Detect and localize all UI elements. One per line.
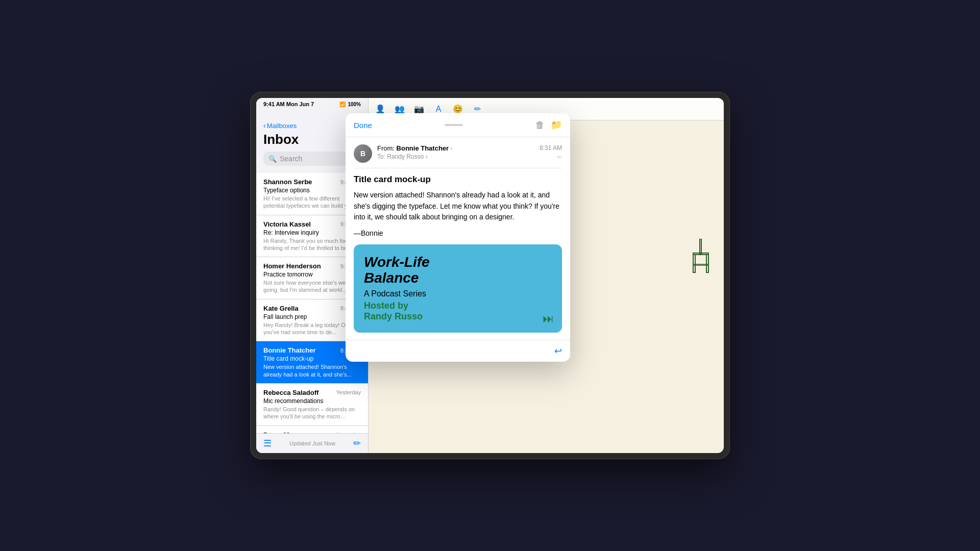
email-timestamp: 8:31 AM	[540, 144, 562, 152]
mail-item-header: Rebecca Saladoff Yesterday	[263, 389, 361, 396]
mail-sender: Kate Grella	[263, 305, 299, 312]
to-label: To:	[377, 153, 387, 160]
back-chevron-icon: ‹	[263, 121, 266, 130]
mailboxes-label: Mailboxes	[267, 122, 297, 130]
svg-rect-2	[693, 255, 695, 272]
update-status: Updated Just Now	[289, 440, 335, 446]
mail-sender: Rebecca Saladoff	[263, 389, 318, 396]
email-body-content: B From: Bonnie Thatcher › To: Randy Russ…	[346, 137, 570, 340]
search-icon: 🔍	[268, 155, 277, 163]
svg-rect-0	[700, 239, 701, 254]
sender-avatar: B	[354, 144, 372, 163]
drag-indicator	[445, 124, 463, 126]
mail-preview: Randy! Good question – depends on where …	[263, 406, 361, 420]
from-name: Bonnie Thatcher	[397, 144, 449, 152]
to-chevron-icon: ›	[426, 153, 428, 160]
email-meta-info: From: Bonnie Thatcher › To: Randy Russo …	[377, 144, 534, 160]
email-signature: —Bonnie	[354, 229, 562, 237]
email-to-line: To: Randy Russo ›	[377, 153, 534, 160]
mail-footer: ☰ Updated Just Now ✏	[256, 433, 368, 453]
back-to-mailboxes[interactable]: ‹ Mailboxes	[263, 121, 297, 130]
mail-store-icon[interactable]: ☰	[263, 438, 272, 449]
wifi-icon: 📶	[339, 102, 346, 107]
email-body-text: New version attached! Shannon's already …	[354, 190, 562, 223]
done-button[interactable]: Done	[354, 121, 372, 130]
ipad-device: 9:41 AM Mon Jun 7 📶 100% ‹ Mailboxes Edi…	[250, 92, 730, 459]
podcast-play-button[interactable]: ⏭	[543, 312, 554, 325]
reply-button[interactable]: ↩	[554, 345, 562, 357]
from-chevron-icon: ›	[451, 146, 452, 152]
move-email-icon[interactable]: 📁	[551, 119, 562, 131]
mail-item[interactable]: Darcy Moore Yesterday Re: Paid promotion…	[256, 426, 368, 433]
app-screen: 9:41 AM Mon Jun 7 📶 100% ‹ Mailboxes Edi…	[256, 98, 724, 453]
mail-sender: Victoria Kassel	[263, 220, 311, 228]
pencil-icon: ✏	[557, 154, 562, 161]
modal-actions: 🗑 📁	[535, 119, 562, 131]
mail-sender: Homer Henderson	[263, 262, 321, 270]
mail-subject: Mic recommendations	[263, 397, 361, 405]
mail-sender: Shannon Serbe	[263, 178, 312, 186]
podcast-card-inner: Work-LifeBalance A Podcast Series Hosted…	[354, 244, 562, 333]
chair-sketch-icon	[691, 239, 714, 274]
email-modal: Done 🗑 📁 B From: Bonnie Thatcher ›	[346, 113, 570, 362]
podcast-hosted: Hosted byRandy Russo	[364, 300, 550, 322]
mail-subject: Title card mock-up	[263, 355, 313, 362]
email-from-line: From: Bonnie Thatcher ›	[377, 144, 534, 152]
modal-footer: ↩	[346, 340, 570, 362]
podcast-card: Work-LifeBalance A Podcast Series Hosted…	[354, 244, 562, 333]
email-meta: B From: Bonnie Thatcher › To: Randy Russ…	[354, 144, 562, 168]
modal-header: Done 🗑 📁	[346, 113, 570, 137]
mail-sender: Bonnie Thatcher	[263, 346, 316, 354]
status-time: 9:41 AM Mon Jun 7	[263, 101, 314, 107]
podcast-subtitle: A Podcast Series	[364, 289, 550, 298]
email-time-area: 8:31 AM ✏	[540, 144, 562, 161]
battery-text: 100%	[348, 102, 361, 107]
mail-item[interactable]: Rebecca Saladoff Yesterday Mic recommend…	[256, 384, 368, 426]
email-subject: Title card mock-up	[354, 174, 562, 185]
to-name: Randy Russo	[387, 153, 424, 160]
compose-icon[interactable]: ✏	[353, 438, 361, 449]
mail-preview: New version attached! Shannon's already …	[263, 363, 361, 378]
svg-rect-3	[706, 255, 708, 272]
from-label: From:	[377, 144, 397, 152]
delete-email-icon[interactable]: 🗑	[535, 120, 545, 131]
podcast-title: Work-LifeBalance	[364, 255, 550, 286]
search-placeholder: Search	[280, 155, 345, 163]
mail-time: Yesterday	[336, 389, 361, 395]
